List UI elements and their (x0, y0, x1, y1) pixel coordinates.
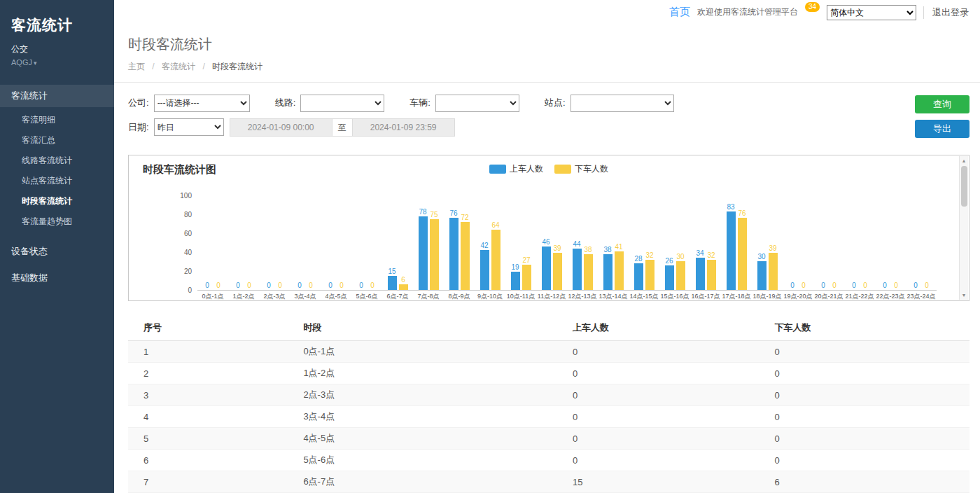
scroll-up-icon[interactable]: ▲ (960, 156, 968, 165)
bar-value-label: 0 (205, 281, 209, 290)
line-select[interactable] (300, 95, 384, 112)
sidebar-item-passenger-detail[interactable]: 客流明细 (0, 110, 114, 130)
bar (522, 265, 531, 290)
bar-value-label: 0 (359, 281, 363, 290)
sidebar-item-trend-chart[interactable]: 客流量趋势图 (0, 211, 114, 232)
bar-value-label: 0 (832, 281, 836, 290)
query-button[interactable]: 查询 (915, 95, 969, 113)
legend-item-boarding[interactable]: 上车人数 (489, 163, 543, 175)
table-cell: 0 (557, 450, 759, 471)
bar-value-label: 0 (790, 281, 794, 290)
date-label: 日期: (128, 121, 149, 134)
bar-group: 343216点-17点 (690, 186, 721, 301)
station-select[interactable] (570, 95, 674, 112)
y-axis-tick: 20 (184, 268, 192, 276)
passenger-stats-submenu: 客流明细 客流汇总 线路客流统计 站点客流统计 时段客流统计 客流量趋势图 (0, 107, 114, 236)
legend-item-alighting[interactable]: 下车人数 (554, 163, 608, 175)
export-button[interactable]: 导出 (915, 120, 969, 138)
bar-value-label: 46 (542, 237, 550, 246)
x-axis-label: 9点-10点 (475, 291, 505, 301)
bar (634, 263, 643, 290)
bar-group: 000点-1点 (197, 186, 228, 301)
breadcrumb-separator: / (202, 62, 204, 71)
x-axis-label: 6点-7点 (382, 291, 413, 301)
table-cell: 0点-1点 (288, 341, 557, 363)
company-label: 公司: (128, 97, 149, 109)
x-axis-label: 7点-8点 (413, 291, 444, 301)
date-preset-select[interactable]: 昨日 (154, 118, 224, 136)
scrollbar-thumb[interactable] (961, 166, 967, 207)
sidebar-item-passenger-summary[interactable]: 客流汇总 (0, 130, 114, 151)
company-select[interactable]: ---请选择--- (154, 95, 250, 112)
y-axis-tick: 0 (188, 286, 192, 295)
sidebar-item-station-stats[interactable]: 站点客流统计 (0, 171, 114, 191)
date-range: 至 (230, 118, 455, 137)
legend-swatch-blue (489, 165, 506, 174)
bar-group: 0021点-22点 (844, 186, 875, 301)
company-switcher[interactable]: AQGJ▾ (0, 55, 114, 67)
bar-value-label: 0 (328, 281, 332, 290)
bar-value-label: 26 (665, 256, 673, 265)
x-axis-label: 1点-2点 (228, 291, 259, 301)
date-start-input[interactable] (230, 118, 332, 137)
bar-group: 283214点-15点 (629, 186, 659, 301)
bar-group: 004点-5点 (321, 186, 351, 301)
bar-group: 303918点-19点 (752, 186, 783, 301)
vehicle-label: 车辆: (410, 97, 430, 109)
table-header-row: 序号 时段 上车人数 下车人数 (128, 316, 969, 341)
table-cell: 0 (759, 450, 969, 471)
welcome-text: 欢迎使用客流统计管理平台 (697, 6, 798, 18)
bar-value-label: 0 (925, 281, 929, 290)
x-axis-label: 11点-12点 (536, 291, 567, 301)
table-cell: 3 (128, 384, 288, 406)
bar-value-label: 76 (738, 209, 746, 218)
bar-value-label: 39 (553, 244, 561, 253)
page-header: 时段客流统计 主页 / 客流统计 / 时段客流统计 (114, 25, 980, 83)
language-select[interactable]: 简体中文 (827, 5, 916, 20)
bar-value-label: 76 (449, 209, 457, 218)
bar (696, 258, 705, 290)
bar-value-label: 30 (676, 252, 684, 261)
bar-value-label: 0 (309, 281, 313, 290)
sidebar-item-line-stats[interactable]: 线路客流统计 (0, 151, 114, 171)
x-axis-label: 0点-1点 (197, 291, 228, 301)
main-area: 首页 欢迎使用客流统计管理平台 34 简体中文 退出登录 时段客流统计 主页 /… (114, 0, 980, 493)
breadcrumb-home[interactable]: 主页 (128, 62, 145, 71)
page-title: 时段客流统计 (128, 35, 980, 54)
sidebar-section-base-data[interactable]: 基础数据 (0, 267, 114, 289)
bar-value-label: 0 (894, 281, 898, 290)
x-axis-label: 19点-20点 (783, 291, 813, 301)
bar (603, 254, 612, 290)
bar-value-label: 75 (430, 210, 438, 219)
bar-value-label: 0 (247, 281, 251, 290)
legend-label: 上车人数 (510, 163, 543, 175)
bar-value-label: 0 (216, 281, 220, 290)
table-cell: 4 (128, 406, 288, 428)
table-row: 54点-5点00 (128, 428, 969, 450)
chart-scrollbar[interactable]: ▲ ▼ (959, 156, 968, 300)
table-cell: 1 (128, 341, 288, 363)
bar-value-label: 64 (491, 221, 499, 230)
table-cell: 3点-4点 (288, 406, 557, 428)
bar-value-label: 78 (419, 207, 426, 216)
bar-value-label: 32 (645, 251, 653, 260)
sidebar-section-device-status[interactable]: 设备状态 (0, 240, 114, 263)
bar-value-label: 0 (236, 281, 240, 290)
table-cell: 0 (759, 428, 969, 450)
bar-value-label: 0 (883, 281, 887, 290)
legend-label: 下车人数 (575, 163, 608, 175)
notification-badge[interactable]: 34 (805, 2, 820, 12)
bar-chart: 020406080100 000点-1点001点-2点002点-3点003点-4… (129, 176, 969, 301)
x-axis-label: 18点-19点 (752, 291, 783, 301)
breadcrumb-passenger-stats[interactable]: 客流统计 (162, 62, 195, 71)
vehicle-select[interactable] (435, 95, 519, 112)
bar-value-label: 0 (340, 281, 344, 290)
bar-value-label: 0 (278, 281, 282, 290)
sidebar-section-passenger-stats[interactable]: 客流统计 (0, 85, 114, 107)
date-end-input[interactable] (352, 118, 455, 137)
bar-value-label: 41 (615, 242, 622, 251)
home-link[interactable]: 首页 (669, 6, 690, 19)
sidebar-item-period-stats[interactable]: 时段客流统计 (0, 191, 114, 211)
logout-link[interactable]: 退出登录 (923, 6, 969, 19)
scroll-down-icon[interactable]: ▼ (960, 291, 968, 300)
